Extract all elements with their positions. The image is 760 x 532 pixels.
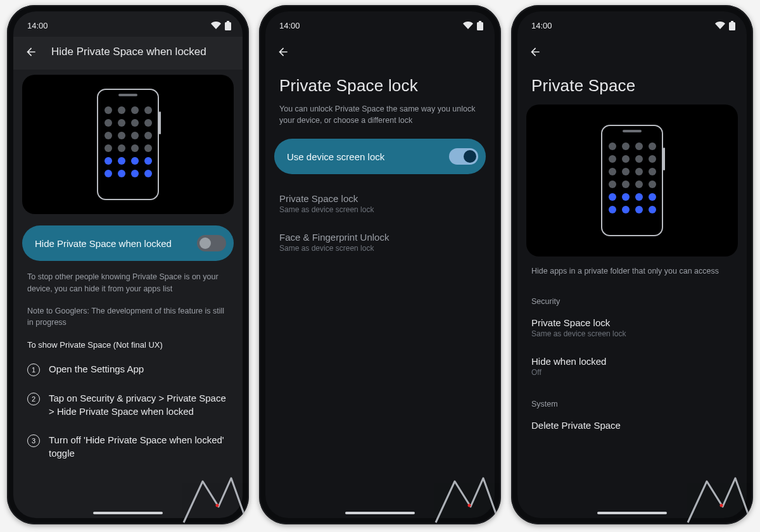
battery-icon [225, 21, 231, 30]
step-1: 1 Open the Settings App [13, 353, 243, 383]
setting-private-space-lock[interactable]: Private Space lock Same as device screen… [265, 184, 495, 223]
wifi-icon [463, 22, 473, 29]
app-bar [517, 37, 747, 70]
setting-delete-private-space[interactable]: Delete Private Space [517, 411, 747, 440]
battery-icon [729, 21, 735, 30]
mini-phone-illustration [97, 89, 159, 200]
arrow-left-icon [529, 46, 542, 58]
step-2: 2 Tap on Security & privacy > Private Sp… [13, 383, 243, 424]
mini-phone-illustration [601, 125, 663, 236]
setting-title: Face & Fingerprint Unlock [279, 232, 481, 243]
page-title: Private Space [517, 70, 747, 99]
status-bar: 14:00 [13, 11, 243, 37]
svg-point-8 [720, 504, 723, 507]
description-1: To stop other people knowing Private Spa… [13, 261, 243, 295]
screenshot-triptych: 14:00 Hide Private Space when locked [0, 0, 760, 532]
wifi-icon [715, 22, 725, 29]
toggle-switch[interactable] [197, 235, 226, 251]
step-text: Tap on Security & privacy > Private Spac… [49, 391, 229, 418]
status-icons [715, 21, 735, 30]
toggle-label: Hide Private Space when locked [35, 238, 172, 249]
svg-rect-1 [225, 22, 231, 30]
illustration-card [526, 104, 738, 256]
arrow-left-icon [25, 46, 37, 58]
gesture-bar[interactable] [93, 512, 163, 514]
step-number-1-icon: 1 [27, 364, 40, 376]
back-button[interactable] [274, 43, 292, 61]
setting-subtitle: Off [531, 368, 733, 377]
back-button[interactable] [22, 43, 40, 61]
svg-point-2 [216, 504, 219, 507]
clock: 14:00 [279, 21, 300, 30]
section-system: System [517, 386, 747, 411]
setting-title: Hide when locked [531, 356, 733, 367]
gesture-bar[interactable] [345, 512, 415, 514]
svg-point-5 [468, 504, 471, 507]
arrow-left-icon [277, 46, 289, 58]
status-icons [211, 21, 231, 30]
back-button[interactable] [526, 43, 544, 61]
status-bar: 14:00 [265, 11, 495, 37]
page-subtitle: You can unlock Private Space the same wa… [265, 99, 495, 132]
phone-private-space-lock: 14:00 Private Space lock You can unlock … [259, 5, 501, 524]
step-text: Turn off 'Hide Private Space when locked… [49, 433, 229, 460]
phone-hide-when-locked: 14:00 Hide Private Space when locked [7, 5, 249, 524]
setting-hide-when-locked[interactable]: Hide when locked Off [517, 347, 747, 386]
setting-private-space-lock[interactable]: Private Space lock Same as device screen… [517, 308, 747, 347]
setting-subtitle: Same as device screen lock [279, 244, 481, 253]
setting-face-fingerprint[interactable]: Face & Fingerprint Unlock Same as device… [265, 223, 495, 262]
step-3: 3 Turn off 'Hide Private Space when lock… [13, 424, 243, 466]
steps-heading: To show Private Space (Not final UX) [13, 329, 243, 353]
hide-when-locked-toggle-row[interactable]: Hide Private Space when locked [22, 225, 234, 261]
page-title: Private Space lock [265, 70, 495, 99]
gesture-bar[interactable] [597, 512, 667, 514]
toggle-label: Use device screen lock [287, 151, 384, 162]
phone-private-space-main: 14:00 Private Space [511, 5, 753, 524]
status-bar: 14:00 [517, 11, 747, 37]
battery-icon [477, 21, 483, 30]
svg-rect-3 [479, 21, 481, 22]
setting-subtitle: Same as device screen lock [279, 205, 481, 214]
svg-rect-7 [729, 22, 735, 30]
screen: 14:00 Private Space [517, 11, 747, 518]
use-device-lock-toggle-row[interactable]: Use device screen lock [274, 139, 486, 174]
appbar-title: Hide Private Space when locked [51, 46, 206, 58]
setting-title: Delete Private Space [531, 420, 733, 431]
page-subtitle: Hide apps in a private folder that only … [517, 256, 747, 283]
svg-rect-0 [227, 21, 229, 22]
section-security: Security [517, 283, 747, 308]
screen: 14:00 Hide Private Space when locked [13, 11, 243, 518]
wifi-icon [211, 22, 221, 29]
toggle-switch[interactable] [449, 148, 478, 165]
step-number-2-icon: 2 [27, 393, 40, 405]
app-bar [265, 37, 495, 70]
watermark-icon [685, 469, 753, 524]
description-2: Note to Googlers: The development of thi… [13, 295, 243, 329]
step-text: Open the Settings App [49, 362, 144, 376]
svg-rect-6 [731, 21, 733, 22]
setting-title: Private Space lock [531, 317, 733, 328]
watermark-icon [433, 469, 501, 524]
svg-rect-4 [477, 22, 483, 30]
watermark-icon [180, 469, 249, 524]
app-bar: Hide Private Space when locked [13, 37, 243, 70]
illustration-card [22, 75, 234, 214]
setting-subtitle: Same as device screen lock [531, 329, 733, 338]
step-number-3-icon: 3 [27, 434, 40, 447]
screen: 14:00 Private Space lock You can unlock … [265, 11, 495, 518]
setting-title: Private Space lock [279, 193, 481, 204]
status-icons [463, 21, 483, 30]
clock: 14:00 [531, 21, 552, 30]
clock: 14:00 [27, 21, 48, 30]
